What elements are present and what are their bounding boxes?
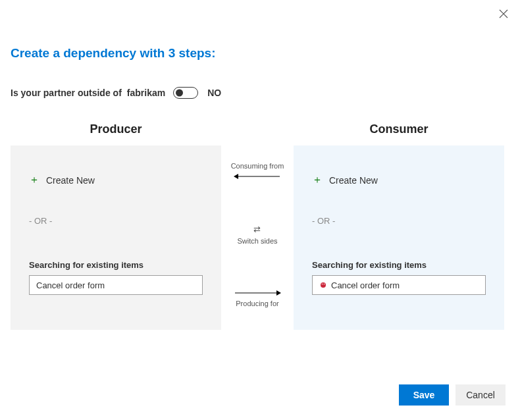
producer-header: Producer (11, 122, 221, 136)
cancel-button[interactable]: Cancel (455, 384, 506, 406)
arrow-right-icon (232, 289, 282, 297)
partner-toggle-row: Is your partner outside of fabrikam NO (11, 87, 509, 99)
svg-point-5 (322, 284, 323, 285)
plus-icon: ＋ (312, 173, 323, 187)
partner-org: fabrikam (127, 88, 165, 98)
save-button[interactable]: Save (399, 384, 449, 406)
switch-sides-button[interactable]: ⇄ Switch sides (237, 224, 277, 245)
producer-create-new[interactable]: ＋ Create New (29, 173, 203, 187)
producer-search-label: Searching for existing items (29, 260, 203, 270)
consumer-or-label: - OR - (312, 216, 486, 226)
bug-icon (319, 281, 327, 289)
partner-toggle[interactable] (173, 87, 198, 99)
consumer-create-new[interactable]: ＋ Create New (312, 173, 486, 187)
partner-toggle-label: NO (207, 88, 221, 98)
producer-or-label: - OR - (29, 216, 203, 226)
consuming-from-label: Consuming from (231, 162, 284, 170)
svg-point-4 (321, 282, 326, 288)
producing-for-label: Producing for (236, 300, 278, 307)
producer-search-value: Cancel order form (36, 280, 105, 290)
producer-create-label: Create New (46, 175, 95, 186)
consuming-from-block: Consuming from (231, 162, 284, 180)
dialog-footer: Save Cancel (399, 384, 506, 406)
producer-panel: ＋ Create New - OR - Searching for existi… (11, 145, 221, 330)
switch-sides-label: Switch sides (237, 237, 277, 245)
plus-icon: ＋ (29, 173, 39, 187)
middle-column: Consuming from ⇄ Switch sides Producing … (221, 122, 294, 330)
consumer-create-label: Create New (329, 175, 378, 186)
svg-marker-3 (276, 290, 281, 296)
switch-icon: ⇄ (253, 224, 261, 234)
consumer-search-label: Searching for existing items (312, 260, 486, 270)
arrow-left-icon (232, 172, 282, 180)
producer-search-input[interactable]: Cancel order form (29, 275, 203, 295)
consumer-search-value: Cancel order form (331, 280, 400, 290)
dialog-title: Create a dependency with 3 steps: (11, 46, 509, 61)
consumer-panel: ＋ Create New - OR - Searching for existi… (294, 145, 504, 330)
svg-marker-1 (234, 174, 238, 179)
producer-column: Producer ＋ Create New - OR - Searching f… (11, 122, 221, 330)
consumer-column: Consumer ＋ Create New - OR - Searching f… (294, 122, 504, 330)
close-icon[interactable] (499, 9, 508, 20)
producing-for-block: Producing for (232, 289, 282, 307)
partner-question: Is your partner outside of (11, 88, 122, 98)
consumer-header: Consumer (294, 122, 504, 136)
svg-point-6 (324, 284, 325, 285)
consumer-search-input[interactable]: Cancel order form (312, 275, 486, 295)
